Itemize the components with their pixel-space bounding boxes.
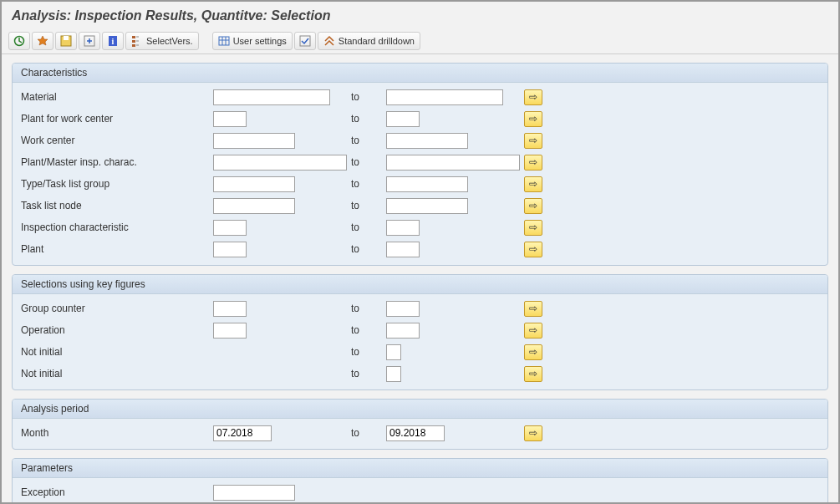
- selection-row: Operationto⇨: [21, 319, 819, 341]
- to-label: to: [351, 200, 386, 211]
- multi-selection-button[interactable]: ⇨: [524, 301, 542, 317]
- selection-row: Inspection characteristicto⇨: [21, 216, 819, 238]
- field-label: Work center: [21, 135, 213, 146]
- svg-text:i: i: [112, 37, 115, 46]
- svg-marker-1: [38, 36, 48, 45]
- selection-row: Materialto⇨: [21, 86, 819, 108]
- to-label: to: [351, 243, 386, 255]
- multi-selection-button[interactable]: ⇨: [524, 155, 542, 171]
- from-input[interactable]: [213, 133, 295, 149]
- multi-selection-button[interactable]: ⇨: [524, 242, 542, 257]
- selection-row: Plantto⇨: [21, 238, 819, 260]
- field-label: Inspection characteristic: [21, 221, 213, 233]
- check-button[interactable]: [294, 32, 316, 50]
- keyfigures-header: Selections using key figures: [13, 275, 827, 294]
- selection-row: Not initialto⇨: [21, 341, 819, 363]
- page-title: Analysis: Inspection Results, Quantitve:…: [2, 2, 838, 28]
- field-label: Type/Task list group: [21, 178, 213, 190]
- from-input[interactable]: [213, 242, 247, 257]
- multi-selection-button[interactable]: ⇨: [524, 323, 542, 339]
- standard-drilldown-button[interactable]: Standard drilldown: [318, 32, 420, 50]
- month-from-input[interactable]: [213, 425, 272, 441]
- from-input[interactable]: [213, 323, 247, 339]
- multi-selection-button[interactable]: ⇨: [524, 366, 542, 382]
- user-settings-label: User settings: [233, 36, 287, 46]
- from-input[interactable]: [213, 220, 247, 236]
- svg-rect-3: [64, 36, 69, 40]
- to-input[interactable]: [386, 198, 468, 214]
- hierarchy-icon: [131, 35, 143, 47]
- to-input[interactable]: [386, 366, 401, 382]
- execute-button[interactable]: [8, 32, 30, 50]
- select-version-button[interactable]: SelectVers.: [125, 32, 199, 50]
- multi-selection-button[interactable]: ⇨: [524, 425, 542, 441]
- from-input[interactable]: [213, 176, 295, 192]
- svg-rect-10: [219, 37, 229, 45]
- svg-rect-7: [132, 36, 135, 38]
- save-button[interactable]: [55, 32, 77, 50]
- check-icon: [299, 35, 311, 47]
- to-input[interactable]: [386, 89, 503, 105]
- svg-rect-11: [300, 36, 310, 46]
- to-input[interactable]: [386, 301, 420, 317]
- multi-selection-button[interactable]: ⇨: [524, 133, 542, 149]
- svg-rect-8: [132, 40, 135, 43]
- to-label: to: [351, 368, 386, 379]
- multi-selection-button[interactable]: ⇨: [524, 89, 542, 105]
- from-input[interactable]: [213, 89, 330, 105]
- select-version-label: SelectVers.: [146, 36, 193, 46]
- analysis-period-header: Analysis period: [13, 400, 827, 419]
- plus-icon: [84, 35, 95, 47]
- to-label: to: [351, 303, 386, 314]
- to-input[interactable]: [386, 344, 401, 360]
- from-input[interactable]: [213, 155, 347, 171]
- clock-icon: [13, 35, 25, 47]
- to-input[interactable]: [386, 323, 420, 339]
- exception-input[interactable]: [213, 485, 295, 501]
- plus-button[interactable]: [79, 32, 100, 50]
- to-label: to: [351, 178, 386, 190]
- user-settings-button[interactable]: User settings: [212, 32, 293, 50]
- to-input[interactable]: [386, 155, 520, 171]
- to-input[interactable]: [386, 242, 420, 257]
- to-label: to: [351, 91, 386, 103]
- field-label: Material: [21, 91, 213, 103]
- to-input[interactable]: [386, 133, 468, 149]
- from-input[interactable]: [213, 198, 295, 214]
- parameters-header: Parameters: [13, 459, 827, 478]
- variant-icon: [37, 35, 48, 47]
- multi-selection-button[interactable]: ⇨: [524, 344, 542, 360]
- parameters-group: Parameters Exception: [12, 458, 828, 504]
- variant-button[interactable]: [32, 32, 53, 50]
- month-to-input[interactable]: [386, 425, 445, 441]
- info-button[interactable]: i: [102, 32, 124, 50]
- save-icon: [60, 35, 72, 47]
- to-label: to: [351, 346, 386, 358]
- from-input[interactable]: [213, 111, 247, 127]
- to-label: to: [351, 135, 386, 146]
- selection-row: Task list nodeto⇨: [21, 195, 819, 216]
- to-input[interactable]: [386, 176, 468, 192]
- selection-row: Work centerto⇨: [21, 130, 819, 151]
- to-input[interactable]: [386, 111, 420, 127]
- to-input[interactable]: [386, 220, 420, 236]
- table-icon: [218, 35, 230, 47]
- selection-row: Group counterto⇨: [21, 298, 819, 319]
- multi-selection-button[interactable]: ⇨: [524, 176, 542, 192]
- standard-drilldown-label: Standard drilldown: [339, 36, 415, 46]
- multi-selection-button[interactable]: ⇨: [524, 220, 542, 236]
- drilldown-icon: [323, 35, 335, 47]
- field-label: Plant: [21, 243, 213, 255]
- selection-row: Plant/Master insp. charac.to⇨: [21, 151, 819, 173]
- to-label: to: [351, 156, 386, 168]
- field-label: Task list node: [21, 200, 213, 211]
- toolbar: i SelectVers. User settings Standard dri…: [2, 28, 838, 54]
- keyfigures-group: Selections using key figures Group count…: [12, 274, 828, 390]
- selection-row: Not initialto⇨: [21, 363, 819, 384]
- multi-selection-button[interactable]: ⇨: [524, 111, 542, 127]
- field-label: Plant/Master insp. charac.: [21, 156, 213, 168]
- multi-selection-button[interactable]: ⇨: [524, 198, 542, 214]
- from-input[interactable]: [213, 301, 247, 317]
- to-label: to: [351, 113, 386, 125]
- field-label: Operation: [21, 324, 213, 336]
